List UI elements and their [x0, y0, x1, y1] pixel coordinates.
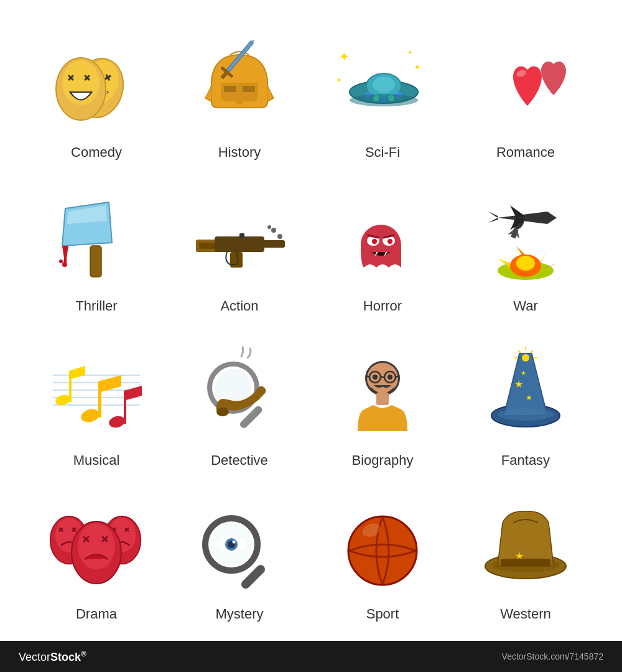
scifi-icon: ✦ ✦ ✦ ✦: [333, 36, 432, 136]
musical-label: Musical: [73, 452, 120, 469]
svg-line-90: [531, 350, 533, 353]
svg-point-106: [78, 523, 115, 569]
mystery-icon: [190, 498, 289, 597]
svg-text:★: ★: [526, 393, 532, 402]
svg-line-91: [518, 350, 521, 353]
svg-point-34: [59, 259, 63, 263]
history-label: History: [218, 144, 261, 161]
svg-rect-38: [263, 240, 285, 248]
romance-label: Romance: [496, 144, 555, 161]
genre-comedy: Comedy: [25, 12, 168, 167]
svg-point-47: [388, 239, 392, 244]
svg-rect-37: [215, 236, 264, 252]
svg-rect-81: [376, 393, 389, 405]
svg-point-64: [108, 414, 126, 429]
biography-icon: [333, 344, 432, 444]
svg-text:★: ★: [521, 370, 526, 376]
svg-point-80: [388, 375, 392, 380]
svg-point-42: [277, 234, 282, 239]
comedy-icon: [47, 36, 146, 136]
genre-romance: Romance: [454, 12, 597, 167]
action-label: Action: [220, 298, 258, 314]
war-icon: [476, 190, 575, 289]
genre-grid: Comedy: [0, 0, 622, 641]
svg-point-125: [491, 558, 560, 572]
svg-rect-32: [90, 246, 101, 277]
svg-text:✦: ✦: [414, 62, 421, 72]
detective-label: Detective: [211, 452, 268, 469]
svg-point-46: [372, 239, 377, 244]
thriller-icon: [47, 190, 146, 289]
svg-point-92: [498, 408, 554, 421]
drama-icon: [47, 498, 146, 597]
genre-mystery: Mystery: [168, 475, 311, 629]
genre-war: War: [454, 167, 597, 321]
svg-point-24: [373, 77, 395, 93]
footer-trademark: ®: [81, 650, 86, 658]
svg-point-62: [80, 407, 101, 424]
genre-horror: Horror: [311, 167, 454, 321]
genre-detective: Detective: [168, 320, 311, 475]
comedy-label: Comedy: [71, 144, 122, 161]
svg-rect-36: [199, 243, 215, 249]
fantasy-icon: ★ ★ ★: [476, 344, 575, 444]
svg-point-41: [271, 228, 276, 233]
svg-rect-39: [230, 252, 243, 268]
footer-url: VectorStock.com/7145872: [502, 651, 603, 661]
svg-point-86: [522, 354, 529, 362]
biography-label: Biography: [351, 452, 413, 469]
svg-text:✦: ✦: [339, 50, 350, 63]
genre-biography: Biography: [311, 320, 454, 475]
drama-label: Drama: [76, 606, 117, 622]
svg-point-33: [62, 262, 67, 267]
svg-point-30: [350, 94, 418, 106]
genre-scifi: ✦ ✦ ✦ ✦ Sci-Fi: [311, 12, 454, 167]
sport-icon: [333, 498, 432, 597]
fantasy-label: Fantasy: [501, 452, 550, 469]
horror-label: Horror: [363, 298, 402, 314]
genre-musical: Musical: [25, 320, 168, 475]
musical-icon: [47, 344, 146, 444]
footer-brand: VectorStock®: [19, 650, 86, 664]
genre-thriller: Thriller: [25, 167, 168, 321]
detective-icon: [190, 344, 289, 444]
western-icon: ★: [476, 498, 575, 597]
mystery-label: Mystery: [216, 606, 264, 622]
war-label: War: [513, 298, 538, 314]
western-label: Western: [500, 606, 551, 622]
genre-fantasy: ★ ★ ★ Fantasy: [454, 320, 597, 475]
footer-brand-stock: Stock: [50, 651, 81, 663]
romance-icon: [476, 36, 575, 136]
genre-action: Action: [168, 167, 311, 321]
svg-rect-40: [239, 233, 244, 238]
sport-label: Sport: [366, 606, 399, 622]
svg-text:✦: ✦: [336, 76, 342, 85]
genre-drama: Drama: [25, 475, 168, 629]
history-icon: [190, 36, 289, 136]
footer: VectorStock® VectorStock.com/7145872: [0, 641, 622, 672]
genre-western: ★ Western: [454, 475, 597, 629]
svg-point-43: [267, 225, 271, 229]
svg-point-116: [233, 541, 236, 544]
footer-brand-name: Vector: [19, 651, 50, 663]
genre-sport: Sport: [311, 475, 454, 629]
genre-history: History: [168, 12, 311, 167]
svg-text:✦: ✦: [407, 49, 412, 56]
svg-text:★: ★: [514, 379, 523, 390]
svg-rect-13: [236, 83, 243, 105]
horror-icon: [333, 190, 432, 289]
scifi-label: Sci-Fi: [365, 144, 400, 161]
svg-point-71: [216, 408, 229, 416]
thriller-label: Thriller: [75, 298, 117, 314]
action-icon: [190, 190, 289, 289]
svg-point-54: [516, 256, 535, 271]
svg-point-79: [373, 375, 378, 380]
